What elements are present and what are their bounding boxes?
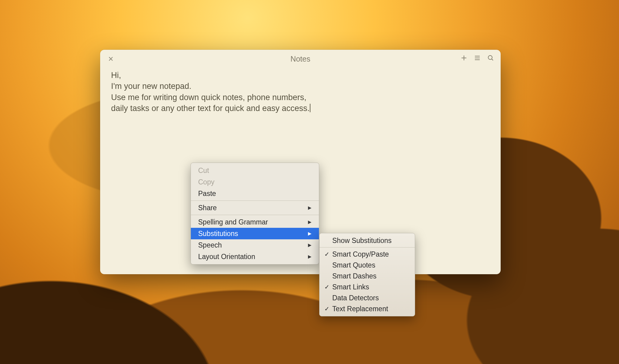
- list-icon: [474, 54, 481, 63]
- menu-item-label: Data Detectors: [332, 294, 379, 302]
- svg-point-5: [488, 56, 492, 59]
- menu-item-label: Show Substitutions: [332, 237, 392, 245]
- menu-item-label: Text Replacement: [332, 305, 388, 313]
- check-icon: ✓: [324, 305, 330, 312]
- submenu-item-smart-links[interactable]: ✓ Smart Links: [320, 281, 415, 292]
- context-menu: Cut Copy Paste Share ▶ Spelling and Gram…: [191, 163, 319, 265]
- new-note-button[interactable]: [459, 54, 468, 63]
- submenu-item-data-detectors[interactable]: Data Detectors: [320, 292, 415, 303]
- menu-item-label: Copy: [198, 178, 215, 186]
- submenu-item-smart-dashes[interactable]: Smart Dashes: [320, 271, 415, 281]
- toolbar-right: [459, 54, 495, 63]
- submenu-arrow-icon: ▶: [308, 219, 312, 225]
- menu-separator: [191, 201, 319, 201]
- text-cursor: [310, 104, 310, 112]
- list-button[interactable]: [473, 54, 482, 63]
- svg-line-6: [492, 59, 493, 60]
- window-title: Notes: [290, 55, 310, 63]
- submenu-arrow-icon: ▶: [308, 231, 312, 236]
- menu-separator: [320, 247, 415, 248]
- submenu-arrow-icon: ▶: [308, 205, 312, 211]
- menu-item-label: Share: [198, 204, 217, 212]
- menu-item-label: Speech: [198, 241, 222, 249]
- menu-item-label: Cut: [198, 167, 209, 175]
- note-line: Use me for writing down quick notes, pho…: [111, 92, 490, 103]
- plus-icon: [460, 54, 468, 63]
- close-icon: ✕: [108, 55, 113, 63]
- submenu-item-smart-copy-paste[interactable]: ✓ Smart Copy/Paste: [320, 249, 415, 260]
- check-icon: ✓: [324, 251, 330, 258]
- search-icon: [487, 54, 494, 63]
- search-button[interactable]: [486, 54, 495, 63]
- note-line: daily tasks or any other text for quick …: [111, 103, 490, 114]
- menu-separator: [191, 215, 319, 215]
- menu-item-cut[interactable]: Cut: [191, 165, 319, 176]
- close-button[interactable]: ✕: [107, 55, 115, 63]
- note-editor[interactable]: Hi, I'm your new notepad. Use me for wri…: [100, 68, 501, 120]
- submenu-arrow-icon: ▶: [308, 254, 312, 259]
- note-line: I'm your new notepad.: [111, 81, 490, 92]
- submenu-item-smart-quotes[interactable]: Smart Quotes: [320, 260, 415, 271]
- menu-item-label: Spelling and Grammar: [198, 218, 268, 226]
- submenu-arrow-icon: ▶: [308, 242, 312, 248]
- menu-item-paste[interactable]: Paste: [191, 188, 319, 199]
- menu-item-speech[interactable]: Speech ▶: [191, 239, 319, 251]
- menu-item-label: Substitutions: [198, 230, 238, 238]
- menu-item-substitutions[interactable]: Substitutions ▶: [191, 228, 319, 239]
- note-line: Hi,: [111, 70, 490, 81]
- menu-item-label: Layout Orientation: [198, 253, 255, 261]
- titlebar: ✕ Notes: [100, 50, 501, 68]
- menu-item-label: Smart Links: [332, 283, 369, 291]
- menu-item-label: Smart Copy/Paste: [332, 250, 389, 258]
- submenu-item-text-replacement[interactable]: ✓ Text Replacement: [320, 303, 415, 314]
- menu-item-layout-orientation[interactable]: Layout Orientation ▶: [191, 251, 319, 262]
- menu-item-label: Smart Dashes: [332, 272, 377, 280]
- menu-item-share[interactable]: Share ▶: [191, 202, 319, 214]
- check-icon: ✓: [324, 283, 330, 291]
- menu-item-spelling-grammar[interactable]: Spelling and Grammar ▶: [191, 216, 319, 228]
- menu-item-copy[interactable]: Copy: [191, 176, 319, 188]
- menu-item-label: Smart Quotes: [332, 261, 375, 269]
- substitutions-submenu: Show Substitutions ✓ Smart Copy/Paste Sm…: [319, 233, 415, 316]
- menu-item-label: Paste: [198, 190, 216, 198]
- submenu-item-show-substitutions[interactable]: Show Substitutions: [320, 235, 415, 246]
